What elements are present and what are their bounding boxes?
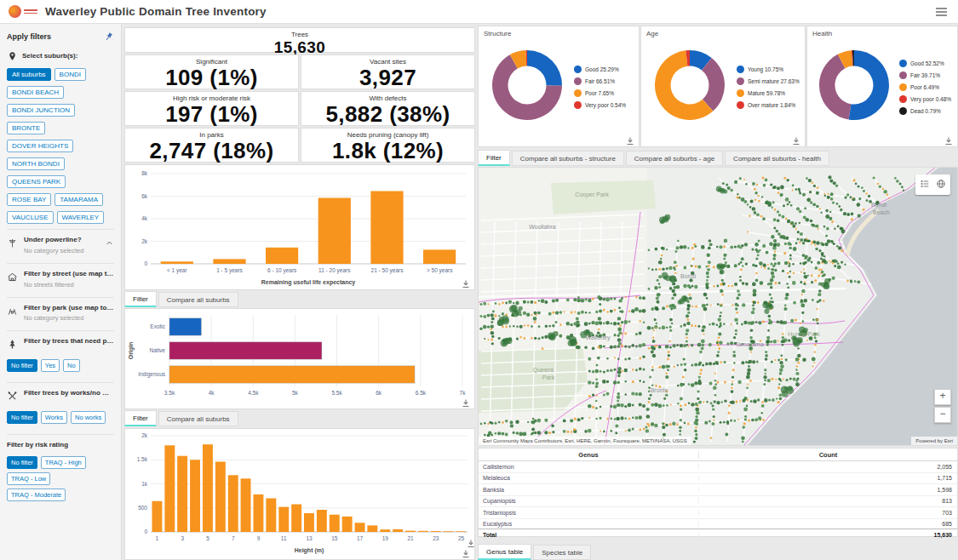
count-cell: 703 — [699, 510, 957, 516]
download-icon[interactable] — [466, 537, 476, 547]
filter-option-no-filter[interactable]: No filter — [7, 411, 37, 424]
svg-text:19: 19 — [382, 535, 389, 541]
legend-item: Young 10.75% — [737, 66, 800, 73]
legend-swatch — [737, 77, 744, 85]
chart-life-expectancy-panel: 02k4k6k8k< 1 year1 - 5 years6 - 10 years… — [124, 164, 475, 290]
download-icon[interactable] — [791, 134, 801, 145]
legend-swatch — [899, 60, 907, 67]
count-cell: 1,715 — [699, 475, 957, 481]
suburb-chip-dover-heights[interactable]: DOVER HEIGHTS — [7, 140, 73, 152]
filter-option-no[interactable]: No — [63, 359, 80, 372]
suburb-chip-vaucluse[interactable]: VAUCLUSE — [7, 211, 54, 224]
column-header-count[interactable]: Count — [699, 451, 957, 459]
svg-text:0: 0 — [144, 529, 147, 534]
donut-health-panel: Health Good 52.52%Fair 39.71%Poor 6.49%V… — [806, 26, 958, 147]
download-icon[interactable] — [944, 134, 954, 145]
park-icon — [7, 304, 19, 320]
filter-options: No filterTRAQ - HighTRAQ - LowTRAQ - Mod… — [7, 454, 114, 503]
tab-compare-all-suburbs[interactable]: Compare all suburbs — [158, 292, 238, 307]
filter-section: Filter by trees that need pruningNo filt… — [7, 330, 114, 379]
map-label: Waverley — [586, 334, 611, 341]
hamburger-menu-icon[interactable] — [933, 3, 949, 20]
filter-sublabel: No streets filtered — [24, 281, 114, 289]
legend-item: Dead 0.79% — [899, 107, 951, 115]
height-chart: 05001k1.5k2k135791113151719212325Height … — [125, 429, 474, 556]
svg-text:0: 0 — [144, 260, 147, 266]
powerline-icon — [7, 236, 19, 252]
svg-text:1 - 5 years: 1 - 5 years — [216, 267, 243, 274]
tab-compare-all-suburbs-age[interactable]: Compare all suburbs - age — [626, 151, 723, 166]
suburb-chip-bondi-junction[interactable]: BONDI JUNCTION — [7, 104, 75, 117]
page-title: Waverley Public Domain Tree Inventory — [45, 5, 267, 18]
suburb-chip-waverley[interactable]: WAVERLEY — [57, 211, 105, 224]
filter-option-no-filter[interactable]: No filter — [7, 456, 37, 469]
tab-compare-all-suburbs-health[interactable]: Compare all suburbs - health — [725, 151, 829, 166]
filter-option-traq-low[interactable]: TRAQ - Low — [7, 472, 50, 485]
zoom-in-button[interactable]: + — [934, 389, 951, 405]
download-icon[interactable] — [461, 397, 471, 407]
tab-compare-all-suburbs-structure[interactable]: Compare all suburbs - structure — [512, 151, 624, 166]
legend-item: Very poor 0.54% — [574, 101, 626, 109]
suburb-chip-north-bondi[interactable]: NORTH BONDI — [7, 157, 65, 170]
suburb-chip-bondi-beach[interactable]: BONDI BEACH — [7, 86, 64, 99]
suburb-chip-tamarama[interactable]: TAMARAMA — [54, 193, 103, 206]
chevron-up-icon[interactable] — [105, 236, 114, 251]
stat-needs-pruning: Needs pruning (canopy lift) 1.8k (12%) — [301, 128, 475, 163]
filter-option-works[interactable]: Works — [41, 411, 67, 424]
tab-genus-table[interactable]: Genus table — [478, 544, 531, 560]
svg-text:5: 5 — [206, 535, 209, 541]
filter-label: Under powerline? — [24, 236, 100, 245]
filter-option-traq-moderate[interactable]: TRAQ - Moderate — [7, 489, 66, 501]
filter-option-no-filter[interactable]: No filter — [7, 359, 37, 372]
suburb-chip-rose-bay[interactable]: ROSE BAY — [7, 193, 51, 206]
tab-species-table[interactable]: Species table — [533, 545, 591, 560]
map-label: Queens — [533, 367, 554, 374]
suburb-chip-bronte[interactable]: BRONTE — [7, 122, 45, 134]
svg-text:21 - 50 years: 21 - 50 years — [371, 267, 404, 274]
legend-item: Semi mature 27.63% — [737, 77, 800, 85]
filter-sublabel: No category selected — [24, 314, 114, 322]
waverley-logo-text — [24, 8, 37, 15]
legend-item: Over mature 1.84% — [737, 101, 800, 109]
svg-text:1.5k: 1.5k — [137, 456, 148, 462]
tab-filter[interactable]: Filter — [124, 410, 157, 426]
tab-compare-all-suburbs[interactable]: Compare all suburbs — [158, 411, 238, 426]
works-icon — [7, 389, 19, 405]
donut-tabs: FilterCompare all suburbs - structureCom… — [478, 148, 958, 166]
suburb-chip-bondi[interactable]: BONDI — [54, 68, 86, 81]
svg-text:Native: Native — [150, 347, 166, 353]
stat-with-defects: With defects 5,882 (38%) — [301, 91, 475, 126]
table-body: Callistemon2,055Melaleuca1,715Banksia1,5… — [479, 461, 957, 529]
svg-text:Remaining useful life expectan: Remaining useful life expectancy — [261, 279, 356, 286]
suburb-chip-queens-park[interactable]: QUEENS PARK — [7, 175, 66, 188]
tab-filter[interactable]: Filter — [124, 291, 157, 307]
legend-swatch — [574, 101, 582, 109]
chart-legend: Good 25.29%Fair 66.51%Poor 7.65%Very poo… — [574, 37, 626, 138]
filter-options: No filterYesNo — [7, 357, 114, 374]
genus-cell: Tristaniopsis — [479, 510, 699, 516]
pin-icon[interactable] — [103, 31, 114, 42]
svg-text:1k: 1k — [141, 481, 148, 487]
zoom-out-button[interactable]: − — [934, 407, 951, 423]
legend-list-icon[interactable] — [920, 177, 930, 192]
download-icon[interactable] — [461, 277, 471, 288]
map-label: Cooper Park — [575, 191, 609, 198]
filter-option-traq-high[interactable]: TRAQ - High — [41, 456, 86, 469]
column-header-genus[interactable]: Genus — [479, 451, 699, 459]
legend-swatch — [737, 101, 744, 109]
basemap-icon[interactable] — [936, 177, 946, 192]
suburb-chip-all-suburbs[interactable]: All suburbs — [7, 68, 51, 81]
chart-height-panel: 05001k1.5k2k135791113151719212325Height … — [124, 428, 475, 560]
legend-item: Very poor 0.48% — [899, 95, 951, 103]
svg-text:6k: 6k — [141, 193, 148, 199]
filter-option-no-works[interactable]: No works — [71, 411, 106, 424]
filter-option-yes[interactable]: Yes — [41, 359, 60, 372]
map-canvas[interactable]: WoollahraCooper ParkBondiBeachBondiWaver… — [479, 168, 957, 445]
tab-filter[interactable]: Filter — [478, 150, 510, 166]
chart-title: Age — [646, 30, 658, 37]
filter-section: Filter by park (use map to redu...No cat… — [7, 297, 114, 328]
filter-label: Filter by trees that need pruning — [24, 337, 114, 346]
waverley-logo-icon — [9, 5, 21, 18]
download-icon[interactable] — [625, 134, 635, 145]
table-total-row: Total 15,630 — [479, 529, 957, 540]
